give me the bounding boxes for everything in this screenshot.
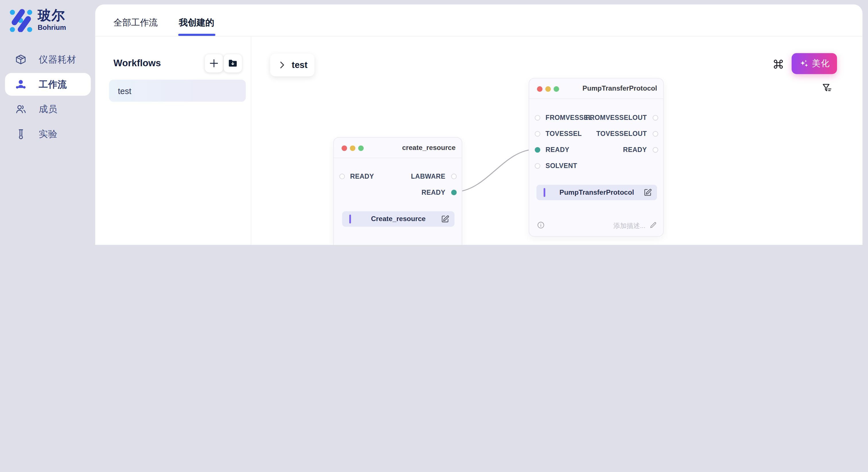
node-header[interactable]: create_resource bbox=[334, 138, 462, 158]
node-footer: 添加描述... bbox=[529, 220, 663, 231]
port-label: FROMVESSELOUT bbox=[586, 114, 647, 122]
breadcrumb[interactable]: test bbox=[270, 54, 314, 76]
port-label: READY bbox=[422, 189, 445, 196]
sidebar-item-instruments[interactable]: 仪器耗材 bbox=[0, 48, 95, 71]
traffic-dot-red[interactable] bbox=[342, 145, 347, 150]
active-tab-underline bbox=[178, 34, 215, 36]
command-icon bbox=[772, 58, 785, 71]
brand-name-en: Bohrium bbox=[38, 24, 66, 31]
port-in-ready[interactable]: READY bbox=[339, 171, 374, 182]
workflow-list-item-test[interactable]: test bbox=[109, 80, 246, 102]
port-label: LABWARE bbox=[411, 173, 445, 180]
port-circle[interactable] bbox=[339, 174, 344, 179]
main-panel: 全部工作流 我创建的 Workflows test bbox=[95, 4, 863, 245]
filter-button[interactable] bbox=[822, 82, 833, 94]
sidebar-item-label: 仪器耗材 bbox=[39, 53, 76, 65]
node-title: PumpTransferProtocol bbox=[582, 85, 657, 92]
workflows-title: Workflows bbox=[113, 58, 161, 69]
port-out-ready[interactable]: READY bbox=[623, 144, 658, 156]
sidebar-item-workflow[interactable]: 工作流 bbox=[5, 73, 91, 96]
port-row: READY LABWARE bbox=[334, 171, 462, 182]
add-description-placeholder[interactable]: 添加描述... bbox=[613, 221, 646, 231]
edge-create-to-pump bbox=[454, 149, 536, 192]
traffic-dot-green[interactable] bbox=[554, 86, 559, 92]
port-circle[interactable] bbox=[534, 163, 540, 169]
workflow-list-panel: Workflows test bbox=[95, 36, 251, 245]
port-circle[interactable] bbox=[534, 115, 540, 121]
breadcrumb-label: test bbox=[291, 60, 307, 70]
package-icon bbox=[15, 54, 26, 65]
port-out-fromvesselout[interactable]: FROMVESSELOUT bbox=[586, 112, 658, 123]
port-circle[interactable] bbox=[451, 174, 456, 179]
sidebar: 玻尔 Bohrium 仪器耗材 bbox=[0, 0, 95, 245]
beautify-button[interactable]: 美化 bbox=[792, 53, 837, 74]
node-header[interactable]: PumpTransferProtocol bbox=[529, 78, 663, 99]
port-out-tovesselout[interactable]: TOVESSELOUT bbox=[596, 128, 658, 139]
workflow-canvas[interactable]: test 美化 bbox=[251, 36, 863, 245]
port-label: TOVESSEL bbox=[546, 130, 582, 138]
port-label: TOVESSELOUT bbox=[596, 130, 647, 138]
port-row: TOVESSEL TOVESSELOUT bbox=[529, 128, 663, 139]
port-out-ready[interactable]: READY bbox=[422, 187, 457, 198]
sidebar-item-experiments[interactable]: 实验 bbox=[0, 123, 95, 145]
edit-icon[interactable] bbox=[643, 188, 652, 197]
port-in-ready[interactable]: READY bbox=[534, 144, 569, 156]
action-accent-bar bbox=[349, 214, 351, 224]
port-circle[interactable] bbox=[652, 131, 658, 136]
bohrium-logo-icon bbox=[9, 8, 33, 32]
brand-text: 玻尔 Bohrium bbox=[38, 9, 66, 31]
node-action-button[interactable]: Create_resource bbox=[342, 211, 455, 227]
sidebar-item-label: 实验 bbox=[39, 128, 58, 140]
port-circle-connected[interactable] bbox=[451, 190, 456, 195]
edit-icon[interactable] bbox=[441, 214, 450, 224]
node-pump-transfer-protocol[interactable]: PumpTransferProtocol FROMVESSEL FROMVESS… bbox=[529, 78, 664, 237]
beautify-label: 美化 bbox=[812, 58, 830, 69]
port-row: READY READY bbox=[529, 144, 663, 156]
layout-command-button[interactable] bbox=[772, 58, 785, 71]
app-root: 玻尔 Bohrium 仪器耗材 bbox=[0, 0, 868, 245]
tab-created-by-me[interactable]: 我创建的 bbox=[179, 17, 214, 29]
testtube-icon bbox=[15, 128, 26, 140]
port-circle-connected[interactable] bbox=[534, 147, 540, 153]
brand-logo[interactable]: 玻尔 Bohrium bbox=[9, 8, 66, 32]
info-icon[interactable] bbox=[537, 221, 545, 229]
port-in-tovessel[interactable]: TOVESSEL bbox=[534, 128, 582, 139]
traffic-dots bbox=[342, 145, 364, 150]
sidebar-item-label: 工作流 bbox=[39, 78, 67, 90]
add-workflow-button[interactable] bbox=[205, 54, 223, 72]
action-label: PumpTransferProtocol bbox=[559, 189, 634, 196]
port-in-fromvessel[interactable]: FROMVESSEL bbox=[534, 112, 592, 123]
folder-download-icon bbox=[228, 58, 238, 69]
action-accent-bar bbox=[544, 188, 546, 197]
sparkles-icon bbox=[799, 58, 809, 69]
pencil-icon[interactable] bbox=[649, 221, 657, 229]
port-circle[interactable] bbox=[652, 115, 658, 121]
node-title: create_resource bbox=[402, 144, 456, 151]
traffic-dot-red[interactable] bbox=[537, 86, 542, 92]
workflow-item-name: test bbox=[118, 86, 131, 96]
plus-icon bbox=[209, 59, 219, 68]
header-tabs: 全部工作流 我创建的 bbox=[95, 4, 863, 36]
action-label: Create_resource bbox=[371, 215, 425, 223]
brand-name-cn: 玻尔 bbox=[38, 9, 66, 22]
traffic-dot-green[interactable] bbox=[358, 145, 364, 150]
port-out-labware[interactable]: LABWARE bbox=[411, 171, 456, 182]
port-in-solvent[interactable]: SOLVENT bbox=[534, 160, 577, 171]
traffic-dots bbox=[537, 86, 559, 92]
node-action-button[interactable]: PumpTransferProtocol bbox=[536, 185, 657, 200]
node-create-resource[interactable]: create_resource READY LABWARE READY bbox=[333, 137, 462, 245]
import-workflow-button[interactable] bbox=[224, 54, 242, 72]
filter-icon bbox=[822, 82, 833, 94]
port-circle[interactable] bbox=[652, 147, 658, 153]
traffic-dot-yellow[interactable] bbox=[350, 145, 355, 150]
port-label: SOLVENT bbox=[546, 162, 577, 170]
tab-all-workflows[interactable]: 全部工作流 bbox=[113, 17, 158, 29]
port-label: READY bbox=[350, 173, 374, 180]
port-circle[interactable] bbox=[534, 131, 540, 136]
chevron-right-icon[interactable] bbox=[278, 61, 286, 69]
sidebar-item-members[interactable]: 成员 bbox=[0, 98, 95, 121]
sidebar-nav: 仪器耗材 工作流 bbox=[0, 48, 95, 148]
port-label: READY bbox=[623, 146, 647, 154]
port-row: FROMVESSEL FROMVESSELOUT bbox=[529, 112, 663, 123]
traffic-dot-yellow[interactable] bbox=[546, 86, 551, 92]
